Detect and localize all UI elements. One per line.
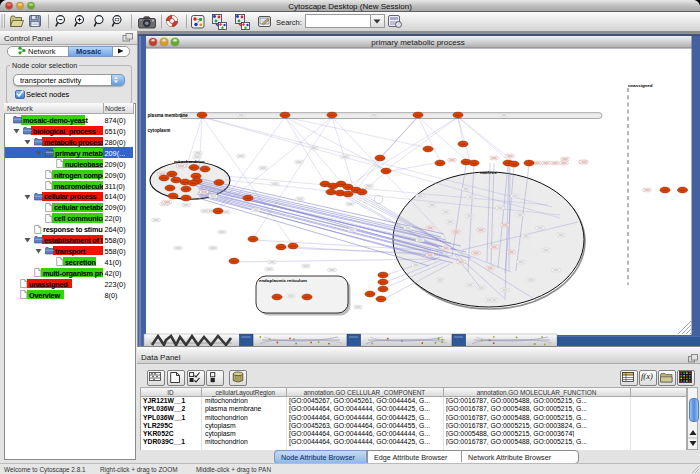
svg-text:endoplasmic reticulum: endoplasmic reticulum [259, 278, 307, 283]
svg-text:cytoplasm: cytoplasm [148, 128, 171, 133]
svg-text:unassigned: unassigned [628, 83, 653, 88]
svg-text:primary metabolic process: primary metabolic process [371, 38, 464, 47]
svg-text:plasma membrane: plasma membrane [148, 113, 189, 118]
svg-text:nucleus: nucleus [480, 170, 497, 175]
svg-text:mitochondrion: mitochondrion [174, 159, 205, 164]
